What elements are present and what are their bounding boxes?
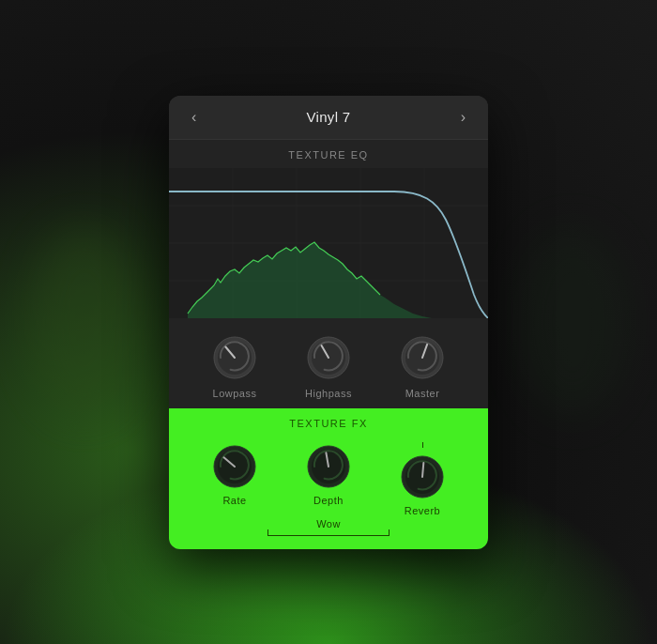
- eq-section: Texture EQ: [169, 140, 488, 408]
- knob-item-highpass: Highpass: [304, 333, 353, 399]
- bg-shape-left: [28, 228, 141, 416]
- lowpass-label: Lowpass: [213, 388, 257, 399]
- knob-item-master: Master: [398, 333, 447, 399]
- eq-knobs-row: Lowpass Highpass Master: [169, 318, 488, 408]
- fx-knob-item-rate: Rate: [210, 442, 259, 506]
- bg-shape-right: [516, 228, 629, 416]
- eq-graph-svg: [169, 168, 488, 318]
- fx-section: Texture FX Rate De: [169, 408, 488, 549]
- reverb-label: Reverb: [405, 505, 440, 516]
- next-button[interactable]: ›: [457, 109, 469, 126]
- master-label: Master: [405, 388, 440, 399]
- wow-bracket: Wow: [263, 518, 394, 536]
- fx-section-label: Texture FX: [169, 418, 488, 429]
- header: ‹ Vinyl 7 ›: [169, 96, 488, 140]
- highpass-label: Highpass: [305, 388, 352, 399]
- reverb-knob[interactable]: [398, 452, 447, 501]
- wow-label: Wow: [316, 518, 341, 529]
- lowpass-knob[interactable]: [210, 333, 259, 382]
- fx-knob-item-depth: Depth: [304, 442, 353, 506]
- highpass-knob[interactable]: [304, 333, 353, 382]
- wow-line: [267, 529, 390, 536]
- wow-line-left: [268, 535, 389, 536]
- rate-knob[interactable]: [210, 442, 259, 491]
- knob-item-lowpass: Lowpass: [210, 333, 259, 399]
- svg-line-24: [422, 463, 423, 477]
- master-knob[interactable]: [398, 333, 447, 382]
- depth-label: Depth: [313, 495, 344, 506]
- main-panel: ‹ Vinyl 7 › Texture EQ: [169, 96, 488, 549]
- preset-title: Vinyl 7: [307, 109, 351, 125]
- prev-button[interactable]: ‹: [188, 109, 200, 126]
- fx-knob-item-reverb: Reverb: [398, 442, 447, 516]
- depth-knob[interactable]: [304, 442, 353, 491]
- eq-graph[interactable]: [169, 168, 488, 318]
- rate-label: Rate: [222, 495, 246, 506]
- wow-bracket-container: Wow: [169, 518, 488, 536]
- fx-knobs-row: Rate Depth: [169, 437, 488, 516]
- reverb-tick: [422, 442, 423, 448]
- wow-bracket-right: [389, 529, 390, 536]
- eq-section-label: Texture EQ: [169, 149, 488, 161]
